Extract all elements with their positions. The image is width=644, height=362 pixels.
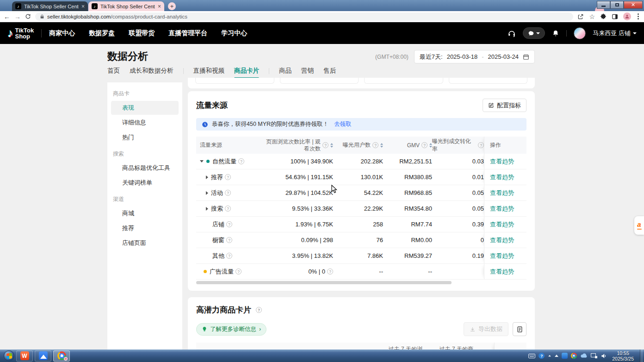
ime-tray-icon[interactable] xyxy=(548,355,551,357)
profile-avatar[interactable] xyxy=(623,12,631,20)
forward-button[interactable]: → xyxy=(14,13,21,20)
new-tab-button[interactable]: + xyxy=(168,2,176,10)
nav-item-0[interactable]: 商家中心 xyxy=(49,29,75,37)
taskbar-clock[interactable]: 10:55 2025/3/25 xyxy=(612,350,634,362)
column-header[interactable]: 过去 7 天的浏览人数? xyxy=(388,346,435,350)
report-list-button[interactable] xyxy=(513,322,526,336)
tray-chrome-icon[interactable] xyxy=(571,353,577,359)
tab-close-icon[interactable]: × xyxy=(81,3,85,10)
sidebar-item-0-0[interactable]: 表现 xyxy=(111,101,179,115)
potential-table-header: 商品卡名称? 前 3 项建议操作? 过去 7 天的浏览人数? 过去 7 天的商品… xyxy=(196,343,526,350)
tab-4[interactable]: 商品 xyxy=(279,67,291,78)
sidebar-item-1-1[interactable]: 关键词榜单 xyxy=(111,176,179,190)
keyboard-tray-icon[interactable] xyxy=(528,354,535,358)
sidebar-item-2-2[interactable]: 店铺页面 xyxy=(111,236,179,250)
headset-icon[interactable] xyxy=(508,29,516,37)
claim-coupon-link[interactable]: 去领取 xyxy=(334,120,352,128)
configure-metrics-button[interactable]: 配置指标 xyxy=(483,99,526,112)
traffic-source-cell: 店铺? xyxy=(196,220,264,229)
start-button[interactable] xyxy=(4,350,14,361)
action-cell: 查看趋势 xyxy=(484,154,526,169)
metric-box[interactable] xyxy=(195,78,274,84)
show-hidden-icons[interactable] xyxy=(555,355,558,357)
export-data-button[interactable]: 导出数据 xyxy=(464,322,508,336)
tab-3[interactable]: 商品卡片 xyxy=(234,67,259,78)
sidebar-item-0-2[interactable]: 热门 xyxy=(111,131,179,144)
wangwang-icon: a xyxy=(637,221,641,228)
shop-avatar[interactable] xyxy=(574,27,586,39)
expand-right-icon[interactable] xyxy=(206,175,208,179)
view-trend-link[interactable]: 查看趋势 xyxy=(490,220,514,229)
nav-item-1[interactable]: 数据罗盘 xyxy=(89,29,115,37)
column-header[interactable]: 页面浏览次数比率 | 观看次数 ? xyxy=(264,138,333,152)
logo-line2: Shop xyxy=(15,33,31,40)
tab-5[interactable]: 营销 xyxy=(301,67,314,78)
tab-divider xyxy=(183,68,184,74)
show-desktop-button[interactable] xyxy=(640,350,643,362)
tab-close-icon[interactable]: × xyxy=(158,3,161,10)
cloud-tray-icon[interactable] xyxy=(580,353,588,358)
column-header[interactable]: 曝光用户数? xyxy=(333,141,383,149)
taskbar-chrome[interactable] xyxy=(53,350,70,362)
message-menu[interactable] xyxy=(523,27,545,39)
volume-tray-icon[interactable] xyxy=(601,353,607,359)
browser-menu-icon[interactable] xyxy=(636,13,640,19)
diagnosis-link[interactable]: 了解更多诊断信息 › xyxy=(196,323,266,336)
sidebar-item-2-0[interactable]: 商城 xyxy=(111,206,179,220)
sidebar-item-1-0[interactable]: 商品标题优化工具 xyxy=(111,161,179,175)
share-icon[interactable] xyxy=(577,13,584,20)
sidebar-item-2-1[interactable]: 推荐 xyxy=(111,221,179,235)
view-trend-link[interactable]: 查看趋势 xyxy=(490,173,514,181)
tiktok-shop-logo[interactable]: ♪ TikTokShop xyxy=(7,26,34,40)
bookmark-star-icon[interactable]: ☆ xyxy=(589,13,595,20)
tray-app-icon[interactable] xyxy=(562,353,568,359)
metric-box[interactable] xyxy=(364,78,443,84)
view-trend-link[interactable]: 查看趋势 xyxy=(490,157,514,166)
window-minimize-button[interactable] xyxy=(597,1,610,9)
extensions-icon[interactable] xyxy=(600,13,607,20)
column-header[interactable]: GMV? xyxy=(383,142,432,149)
expand-right-icon[interactable] xyxy=(206,207,208,211)
window-restore-button[interactable] xyxy=(610,1,624,9)
date-range-picker[interactable]: 最近7天: 2025-03-18 - 2025-03-24 xyxy=(414,50,535,63)
address-bar[interactable]: seller.tiktokglobalshop.com/compass/prod… xyxy=(35,12,573,21)
tab-1[interactable]: 成长和数据分析 xyxy=(130,67,173,78)
column-header[interactable]: 过去 7 天的商品交易总额? xyxy=(435,346,486,350)
tab-0[interactable]: 首页 xyxy=(107,67,120,78)
nav-item-3[interactable]: 直播管理平台 xyxy=(168,29,207,37)
taskbar-wps[interactable]: W xyxy=(16,350,33,362)
traffic-row: 广告流量?0% | 0?----查看趋势 xyxy=(196,264,526,280)
info-icon: ? xyxy=(256,307,262,313)
expand-down-icon[interactable] xyxy=(200,160,204,162)
sidebar-item-0-1[interactable]: 详细信息 xyxy=(111,116,179,130)
view-trend-link[interactable]: 查看趋势 xyxy=(490,252,514,260)
expand-right-icon[interactable] xyxy=(206,191,208,195)
traffic-row: 活动?29.87% | 104.52K54.22KRM968.850.05查看趋… xyxy=(196,185,526,201)
browser-tab-inactive[interactable]: ♪ TikTok Shop Seller Center | Cr × xyxy=(12,1,88,11)
view-trend-link[interactable]: 查看趋势 xyxy=(490,268,514,276)
help-tray-icon[interactable]: ? xyxy=(539,353,545,359)
back-button[interactable]: ← xyxy=(4,13,10,20)
window-close-button[interactable]: ✕ xyxy=(624,1,643,9)
chat-widget[interactable]: a xyxy=(634,216,644,235)
metric-box[interactable] xyxy=(280,78,359,84)
tab-6[interactable]: 售后 xyxy=(323,67,336,78)
network-tray-icon[interactable] xyxy=(591,353,597,358)
metric-box[interactable] xyxy=(449,78,528,84)
person-icon xyxy=(625,14,630,19)
tab-2[interactable]: 直播和视频 xyxy=(193,67,225,78)
side-panel-icon[interactable] xyxy=(612,13,618,20)
view-trend-link[interactable]: 查看趋势 xyxy=(490,189,514,197)
view-trend-link[interactable]: 查看趋势 xyxy=(490,236,514,244)
taskbar-app[interactable] xyxy=(35,350,51,362)
nav-item-4[interactable]: 学习中心 xyxy=(221,29,247,37)
horizontal-scrollbar[interactable] xyxy=(196,281,452,284)
account-menu[interactable]: 马来西亚 店铺 xyxy=(593,29,637,37)
browser-tab-active[interactable]: ♪ TikTok Shop Seller Center | Cr × xyxy=(88,1,164,11)
reload-icon[interactable] xyxy=(25,13,31,19)
bell-icon[interactable] xyxy=(552,30,559,37)
nav-item-2[interactable]: 联盟带货 xyxy=(129,29,155,37)
view-trend-link[interactable]: 查看趋势 xyxy=(490,205,514,213)
column-header[interactable]: 曝光到成交转化率? xyxy=(432,137,484,153)
tab-title: TikTok Shop Seller Center | Cr xyxy=(24,4,79,9)
